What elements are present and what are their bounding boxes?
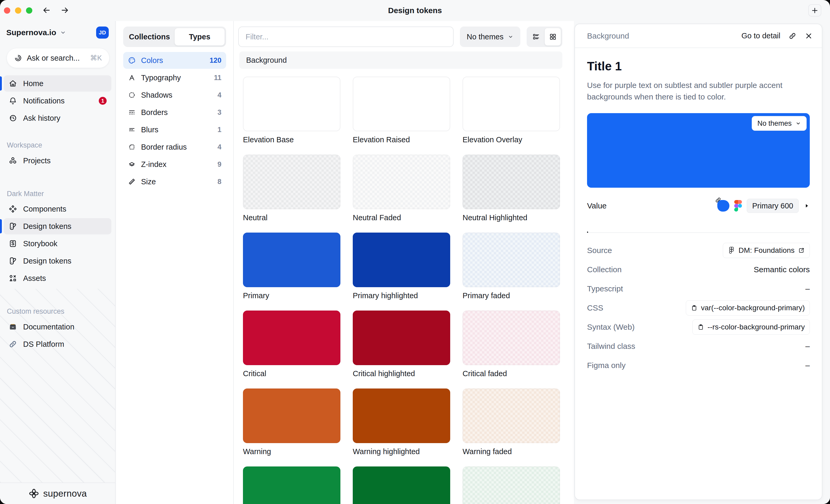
filter-input[interactable] <box>238 27 454 47</box>
value-reference-pill[interactable]: Primary 600 <box>747 199 799 213</box>
token-swatch[interactable] <box>462 233 560 287</box>
token-cell[interactable]: Neutral Faded <box>353 155 450 223</box>
token-swatch[interactable] <box>353 77 450 131</box>
token-cell[interactable]: Neutral Highlighted <box>462 155 560 223</box>
token-swatch[interactable] <box>462 155 560 209</box>
type-item[interactable]: Blurs 1 <box>123 121 226 138</box>
sidebar-item[interactable]: Design tokens <box>4 218 111 234</box>
source-pill[interactable]: DM: Foundations <box>723 243 810 258</box>
inspector-tab[interactable] <box>603 226 604 232</box>
token-swatch[interactable] <box>243 77 341 131</box>
figma-outline-icon <box>728 247 735 254</box>
sidebar-hatch-pattern <box>0 289 115 482</box>
token-cell[interactable] <box>462 467 560 504</box>
caret-right-icon[interactable] <box>803 203 810 209</box>
token-swatch[interactable] <box>353 310 450 365</box>
token-swatch[interactable] <box>353 389 450 443</box>
type-item[interactable]: Shadows 4 <box>123 87 226 103</box>
inspector-tab[interactable] <box>587 226 588 232</box>
type-count: 120 <box>210 57 221 65</box>
attribute-value: var(--color-background-primary) <box>701 304 805 312</box>
token-cell[interactable]: Primary <box>243 233 341 301</box>
token-swatch[interactable] <box>462 77 560 131</box>
type-item[interactable]: Size 8 <box>123 173 226 190</box>
shadows-icon <box>128 91 136 99</box>
borders-icon <box>128 108 136 116</box>
type-item[interactable]: Borders 3 <box>123 104 226 121</box>
token-cell[interactable]: Critical faded <box>462 310 560 379</box>
workspace-switcher[interactable]: Supernova.io <box>6 28 66 37</box>
supernova-logo-text: supernova <box>43 488 87 499</box>
window-title: Design tokens <box>0 0 830 21</box>
sidebar-item[interactable]: Notifications 1 <box>4 93 111 109</box>
token-swatch[interactable] <box>462 467 560 504</box>
token-cell[interactable] <box>243 467 341 504</box>
themes-dropdown-label: No themes <box>467 33 504 41</box>
plus-icon <box>811 6 819 14</box>
token-swatch[interactable] <box>243 233 341 287</box>
token-swatch[interactable] <box>353 155 450 209</box>
token-label: Neutral <box>243 213 341 223</box>
type-item[interactable]: Z-index 9 <box>123 156 226 173</box>
token-cell[interactable]: Neutral <box>243 155 341 223</box>
token-swatch[interactable] <box>462 310 560 365</box>
sidebar-item[interactable]: Storybook <box>4 235 111 252</box>
token-cell[interactable]: Critical <box>243 310 341 379</box>
token-label: Warning faded <box>462 447 560 457</box>
token-cell[interactable]: Elevation Overlay <box>462 77 560 145</box>
token-cell[interactable]: Elevation Base <box>243 77 341 145</box>
token-swatch[interactable] <box>243 310 341 365</box>
token-swatch[interactable] <box>353 233 450 287</box>
token-cell[interactable]: Warning highlighted <box>353 389 450 457</box>
sidebar-item[interactable]: Design tokens <box>4 253 111 269</box>
token-label: Neutral Highlighted <box>462 213 560 223</box>
token-cell[interactable]: Critical highlighted <box>353 310 450 379</box>
tokens-icon <box>8 222 17 231</box>
token-cell[interactable]: Primary faded <box>462 233 560 301</box>
token-label: Critical faded <box>462 369 560 379</box>
cubes-icon <box>8 156 17 165</box>
token-cell[interactable]: Elevation Raised <box>353 77 450 145</box>
avatar[interactable]: JD <box>96 27 109 39</box>
type-item[interactable]: Typography 11 <box>123 69 226 86</box>
sidebar-item[interactable]: DS Platform <box>4 336 111 352</box>
sidebar-item[interactable]: Projects <box>4 153 111 169</box>
copy-link-icon[interactable] <box>788 32 797 40</box>
sidebar-item[interactable]: Assets <box>4 270 111 287</box>
sidebar-item[interactable]: Documentation <box>4 319 111 335</box>
token-swatch[interactable] <box>243 155 341 209</box>
sidebar-item[interactable]: Ask history <box>4 110 111 126</box>
token-label: Warning highlighted <box>353 447 450 457</box>
ask-search-bar[interactable]: Ask or search... ⌘K <box>6 48 109 68</box>
go-to-detail-link[interactable]: Go to detail <box>741 32 780 40</box>
type-item[interactable]: Border radius 4 <box>123 139 226 156</box>
themes-dropdown[interactable]: No themes <box>460 27 520 47</box>
close-icon[interactable] <box>804 32 813 40</box>
token-swatch[interactable] <box>243 389 341 443</box>
copy-pill[interactable]: --rs-color-background-primary <box>692 320 810 335</box>
add-button[interactable] <box>808 4 821 16</box>
chevron-down-icon <box>508 34 513 40</box>
token-title: Title 1 <box>587 59 810 73</box>
token-swatch[interactable] <box>353 467 450 504</box>
value-label: Value <box>587 201 607 210</box>
panel-tab[interactable]: Types <box>174 28 225 46</box>
list-view-button[interactable] <box>528 28 544 46</box>
token-swatch[interactable] <box>462 389 560 443</box>
token-cell[interactable]: Warning <box>243 389 341 457</box>
token-swatch[interactable] <box>243 467 341 504</box>
token-cell[interactable]: Primary highlighted <box>353 233 450 301</box>
token-cell[interactable]: Warning faded <box>462 389 560 457</box>
sidebar-item[interactable]: Home <box>4 75 111 92</box>
token-group-header[interactable]: Background <box>239 52 562 69</box>
panel-tab[interactable]: Collections <box>125 28 174 46</box>
type-label: Typography <box>141 73 181 82</box>
preview-themes-dropdown[interactable]: No themes <box>752 116 807 131</box>
attribute-row: Collection Semantic colors <box>587 260 810 279</box>
grid-view-button[interactable] <box>544 28 561 46</box>
copy-pill[interactable]: var(--color-background-primary) <box>686 300 810 315</box>
sidebar-item[interactable]: Components <box>4 201 111 217</box>
token-cell[interactable] <box>353 467 450 504</box>
attribute-row: Syntax (Web) --rs-color-background-prima… <box>587 317 810 337</box>
type-item[interactable]: Colors 120 <box>123 52 226 69</box>
